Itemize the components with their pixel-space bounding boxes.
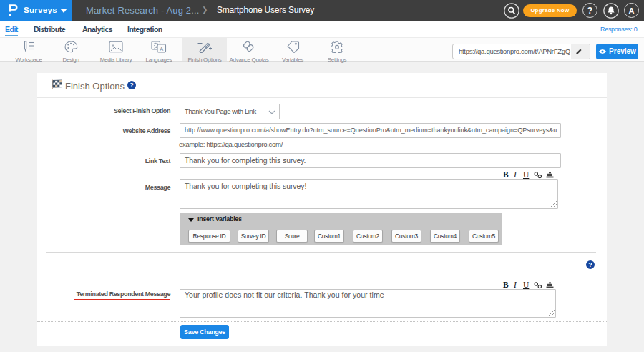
svg-text:A: A: [160, 46, 163, 52]
